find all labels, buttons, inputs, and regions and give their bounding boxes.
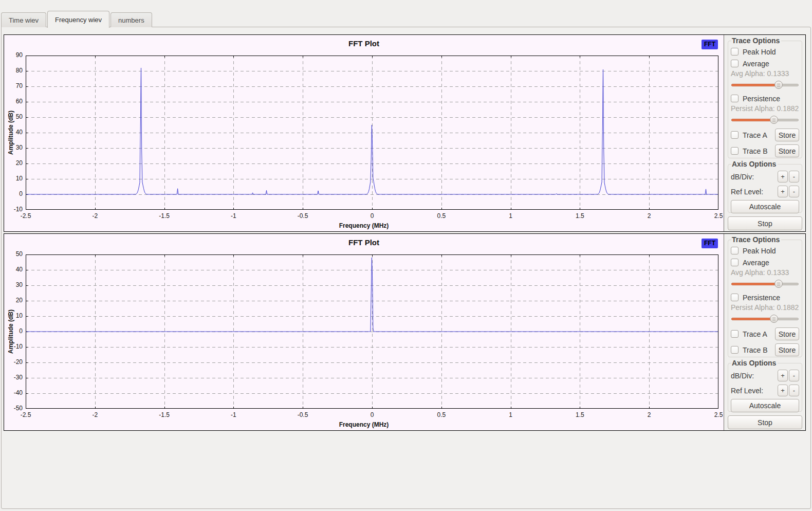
tab-frequency-view[interactable]: Frequency wiev: [47, 11, 109, 28]
tab-numbers[interactable]: numbers: [110, 12, 152, 27]
slider-handle[interactable]: [774, 81, 783, 89]
slider-handle[interactable]: [774, 280, 783, 288]
x-tick-label: 2: [636, 212, 662, 220]
control-panel-2: Trace Options Peak Hold Average Avg Alph…: [724, 234, 805, 430]
trace-a-store-button[interactable]: Store: [775, 327, 799, 340]
x-tick-label: -2.5: [13, 212, 39, 220]
fft-badge: FFT: [702, 239, 718, 248]
x-tick-label: -1: [220, 212, 246, 220]
average-label: Average: [743, 259, 769, 267]
slider-fill: [731, 84, 779, 86]
db-div-plus-button[interactable]: +: [778, 171, 788, 182]
slider-fill: [731, 318, 774, 320]
trace-b-store-button[interactable]: Store: [775, 343, 799, 356]
average-row: Average: [731, 257, 799, 268]
trace-b-label: Trace B: [743, 147, 768, 155]
average-checkbox[interactable]: [731, 60, 739, 67]
trace-a-store-button[interactable]: Store: [775, 129, 799, 141]
y-tick-label: 0: [4, 327, 23, 335]
y-tick-label: 20: [4, 159, 23, 167]
average-label: Average: [743, 60, 769, 68]
y-tick-label: -40: [4, 389, 23, 396]
persist-alpha-label: Persist Alpha: 0.1882: [731, 104, 799, 114]
db-div-row: dB/Div: + -: [731, 169, 799, 184]
y-tick-label: 30: [4, 144, 23, 151]
trace-a-checkbox[interactable]: [731, 330, 739, 338]
trace-a-row: Trace A Store: [731, 326, 799, 341]
y-tick-label: 0: [4, 190, 23, 197]
persistence-checkbox[interactable]: [731, 95, 739, 102]
fft-row-1: FFT Plot FFT Amplitude (dB) Frequency (M…: [4, 34, 806, 232]
x-tick-label: -2: [82, 411, 108, 418]
y-tick-label: 50: [4, 113, 23, 120]
y-tick-label: 50: [4, 250, 23, 258]
db-div-plus-button[interactable]: +: [778, 370, 788, 381]
slider-handle[interactable]: [770, 116, 778, 124]
average-checkbox[interactable]: [731, 259, 739, 266]
avg-alpha-label: Avg Alpha: 0.1333: [731, 69, 799, 79]
ref-level-minus-button[interactable]: -: [789, 385, 799, 396]
peak-hold-checkbox[interactable]: [731, 247, 739, 254]
tab-bar: Time wiev Frequency wiev numbers: [1, 10, 153, 27]
trace-b-store-button[interactable]: Store: [775, 144, 799, 157]
peak-hold-row: Peak Hold: [731, 245, 799, 257]
peak-hold-checkbox[interactable]: [731, 48, 739, 56]
stop-button[interactable]: Stop: [728, 415, 802, 429]
y-tick-label: -30: [4, 374, 23, 381]
db-div-minus-button[interactable]: -: [789, 370, 799, 381]
avg-alpha-label: Avg Alpha: 0.1333: [731, 268, 799, 278]
trace-options-title: Trace Options: [731, 235, 781, 244]
control-panel-1: Trace Options Peak Hold Average Avg Alph…: [724, 35, 805, 231]
tab-numbers-label: numbers: [118, 16, 144, 24]
x-tick-label: -0.5: [290, 411, 316, 418]
peak-hold-row: Peak Hold: [731, 46, 799, 58]
slider-fill: [731, 283, 779, 285]
ref-level-row: Ref Level: + -: [731, 184, 799, 199]
persist-alpha-slider[interactable]: [731, 115, 799, 124]
x-tick-label: 0: [359, 212, 385, 220]
ref-level-plus-button[interactable]: +: [778, 186, 788, 197]
fft-plot-2: FFT Plot FFT Amplitude (dB) Frequency (M…: [4, 234, 724, 430]
x-tick-label: 1: [498, 212, 524, 220]
axis-options-title: Axis Options: [731, 160, 778, 168]
plot-canvas[interactable]: [26, 56, 718, 210]
x-tick-label: 2.5: [706, 411, 731, 418]
plot-title: FFT Plot: [4, 238, 724, 247]
autoscale-button[interactable]: Autoscale: [731, 200, 799, 213]
trace-b-checkbox[interactable]: [731, 346, 739, 354]
stop-button[interactable]: Stop: [728, 216, 802, 230]
persist-alpha-slider[interactable]: [731, 314, 799, 323]
peak-hold-label: Peak Hold: [743, 48, 776, 56]
x-tick-label: -1: [220, 411, 246, 418]
y-tick-label: 40: [4, 266, 23, 273]
average-row: Average: [731, 58, 799, 69]
persistence-checkbox[interactable]: [731, 294, 739, 301]
x-tick-label: 2.5: [706, 212, 731, 220]
y-tick-label: 10: [4, 312, 23, 319]
trace-options-group: Trace Options Peak Hold Average Avg Alph…: [728, 235, 802, 357]
persist-alpha-label: Persist Alpha: 0.1882: [731, 303, 799, 313]
trace-a-checkbox[interactable]: [731, 131, 739, 139]
trace-b-row: Trace B Store: [731, 143, 799, 158]
tab-time-view[interactable]: Time wiev: [1, 12, 46, 27]
tab-content-frame: FFT Plot FFT Amplitude (dB) Frequency (M…: [1, 27, 811, 509]
avg-alpha-slider[interactable]: [731, 279, 799, 288]
x-tick-label: -2: [82, 212, 108, 220]
x-tick-label: 1.5: [567, 212, 593, 220]
autoscale-button[interactable]: Autoscale: [731, 399, 799, 412]
slider-handle[interactable]: [770, 315, 778, 323]
ref-level-row: Ref Level: + -: [731, 383, 799, 398]
y-tick-label: 70: [4, 82, 23, 89]
ref-level-minus-button[interactable]: -: [789, 186, 799, 197]
axis-options-group: Axis Options dB/Div: + - Ref Level: + - …: [728, 160, 802, 213]
x-tick-label: 0: [359, 411, 385, 418]
db-div-label: dB/Div:: [731, 173, 754, 181]
trace-b-checkbox[interactable]: [731, 147, 739, 155]
ref-level-plus-button[interactable]: +: [778, 385, 788, 396]
slider-fill: [731, 119, 774, 121]
db-div-minus-button[interactable]: -: [789, 171, 799, 182]
y-tick-label: -10: [4, 343, 23, 350]
persistence-label: Persistence: [743, 294, 780, 302]
avg-alpha-slider[interactable]: [731, 80, 799, 89]
plot-canvas[interactable]: [26, 254, 718, 409]
